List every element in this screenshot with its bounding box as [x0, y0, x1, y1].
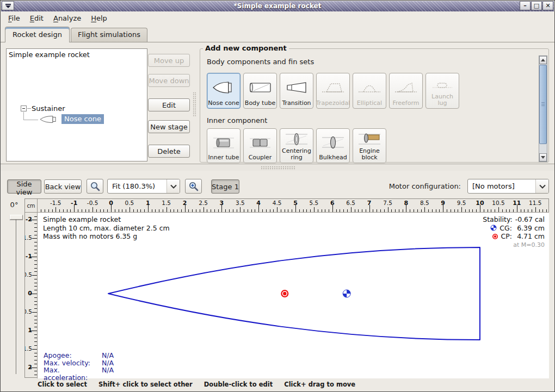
- move-down-button: Move down: [148, 74, 190, 87]
- stability-info: Stability: -0.67 cal CG: 6.39 cm: [483, 215, 545, 249]
- engine-block-icon: [357, 130, 381, 148]
- component-button-label: Engine block: [354, 148, 385, 161]
- component-button-label: Elliptical: [357, 100, 382, 107]
- scroll-down-button[interactable]: [539, 153, 547, 161]
- component-button-coupler[interactable]: Coupler: [243, 128, 277, 163]
- ruler-left: -2-1.5-1-0.500.511.52: [25, 213, 38, 378]
- arrow-down-icon: [541, 156, 545, 159]
- scrollbar-thumb[interactable]: [539, 65, 547, 144]
- window-menu-icon: [5, 4, 11, 5]
- tree-item-nose-cone[interactable]: Nose cone: [61, 114, 104, 124]
- body-tube-icon: [248, 75, 272, 100]
- component-button-label: Freeform: [393, 100, 420, 107]
- ruler-unit-label: cm: [25, 199, 38, 213]
- menu-help[interactable]: Help: [86, 13, 112, 24]
- component-button-engine-block[interactable]: Engine block: [353, 128, 386, 163]
- arrow-up-icon: [541, 59, 545, 61]
- rotation-angle-label: 0°: [6, 201, 22, 211]
- inner-tube-icon: [212, 130, 236, 154]
- component-button-body-tube[interactable]: Body tube: [243, 73, 277, 109]
- new-stage-button[interactable]: New stage: [148, 120, 190, 133]
- splitter-horizontal[interactable]: [1, 164, 555, 171]
- hint-click-select: Click to select: [38, 381, 87, 388]
- component-button-label: Nose cone: [208, 100, 239, 107]
- menu-edit[interactable]: Edit: [25, 13, 48, 24]
- rocket-outline[interactable]: [108, 247, 480, 340]
- zoom-select[interactable]: Fit (180.3%): [107, 179, 180, 194]
- move-up-button: Move up: [148, 54, 190, 67]
- back-view-button[interactable]: Back view: [44, 179, 82, 194]
- delete-button[interactable]: Delete: [148, 145, 190, 158]
- component-button-label: Transition: [282, 100, 311, 107]
- chevron-down-icon[interactable]: [166, 179, 180, 193]
- add-component-group: Add new component Body components and fi…: [200, 48, 549, 163]
- tab-rocket-design[interactable]: Rocket design: [5, 27, 70, 42]
- elliptical-fin-icon: [357, 75, 381, 100]
- hint-shift-click: Shift+ click to select other: [98, 381, 193, 388]
- tab-flight-simulations[interactable]: Flight simulations: [71, 28, 147, 42]
- chevron-down-icon[interactable]: [535, 179, 548, 193]
- nose-cone-tree-icon: [39, 115, 61, 123]
- ruler-top: -1.5-1-0.500.511.522.533.544.555.566.577…: [38, 199, 549, 213]
- component-button-label: Trapezoidal: [316, 100, 350, 107]
- tree-item-stage[interactable]: Sustainer: [32, 104, 65, 113]
- component-panel-scrollbar[interactable]: [539, 55, 547, 162]
- rocket-view-panel: cm -1.5-1-0.500.511.522.533.544.555.566.…: [24, 198, 549, 378]
- component-button-nose-cone[interactable]: Nose cone: [207, 73, 240, 109]
- hint-double-click: Double-click to edit: [204, 381, 273, 388]
- tree-item-rocket[interactable]: Simple example rocket: [9, 51, 90, 59]
- titlebar: *Simple example rocket: [1, 1, 554, 11]
- window-menu-button[interactable]: [2, 1, 14, 10]
- component-button-inner-tube[interactable]: Inner tube: [207, 128, 240, 163]
- component-button-freeform: Freeform: [389, 73, 423, 109]
- component-button-label: Launch lug: [427, 94, 458, 107]
- window-controls: – □ ✕: [519, 1, 553, 10]
- motor-configuration-select[interactable]: [No motors]: [467, 179, 549, 194]
- coupler-icon: [248, 130, 272, 154]
- add-component-title: Add new component: [203, 44, 289, 52]
- zoom-select-value: Fit (180.3%): [112, 182, 155, 190]
- zoom-out-button[interactable]: [87, 179, 103, 194]
- inner-component-label: Inner component: [207, 116, 267, 125]
- cg-label: CG:: [499, 224, 512, 233]
- body-components-label: Body components and fin sets: [207, 58, 314, 66]
- stability-label: Stability:: [483, 215, 512, 224]
- component-button-trapezoidal: Trapezoidal: [316, 73, 350, 109]
- flight-data: Apogee:N/A Max. velocity:N/A Max. accele…: [44, 352, 114, 381]
- component-button-label: Inner tube: [208, 154, 239, 161]
- cp-marker: [281, 290, 288, 297]
- statusbar: Click to select Shift+ click to select o…: [1, 379, 554, 390]
- rotation-slider-track[interactable]: [16, 220, 17, 374]
- rocket-canvas[interactable]: Simple example rocket Length 10 cm, max.…: [38, 213, 549, 378]
- component-button-centering-ring[interactable]: Centering ring: [280, 128, 313, 163]
- component-tree[interactable]: Simple example rocket Sustainer Nose con…: [6, 48, 147, 161]
- component-button-bulkhead[interactable]: Bulkhead: [316, 128, 350, 163]
- side-view-button[interactable]: Side view: [7, 179, 41, 194]
- bulkhead-icon: [321, 130, 345, 154]
- edit-button[interactable]: Edit: [148, 98, 190, 111]
- zoom-in-button[interactable]: [185, 179, 202, 194]
- splitter-grip-horizontal[interactable]: [261, 166, 295, 170]
- component-button-launch-lug: Launch lug: [425, 73, 459, 109]
- freeform-fin-icon: [394, 75, 418, 100]
- scroll-up-button[interactable]: [539, 56, 547, 64]
- centering-ring-icon: [285, 130, 309, 148]
- application-window: *Simple example rocket – □ ✕ File Edit A…: [0, 0, 555, 392]
- splitter-grip-vertical[interactable]: [193, 92, 196, 117]
- menubar: File Edit Analyze Help: [1, 11, 554, 24]
- transition-icon: [285, 75, 309, 100]
- close-button[interactable]: ✕: [542, 1, 553, 10]
- minimize-button[interactable]: –: [520, 1, 531, 10]
- stage-1-toggle[interactable]: Stage 1: [211, 179, 239, 194]
- mach-note: at M=0.30: [483, 241, 545, 250]
- main-tabs: Rocket design Flight simulations: [1, 26, 554, 42]
- rotation-slider-handle[interactable]: [10, 215, 23, 220]
- menu-analyze[interactable]: Analyze: [48, 13, 86, 24]
- maximize-button[interactable]: □: [531, 1, 542, 10]
- magnifier-plus-icon: [188, 181, 199, 192]
- tree-expander-icon[interactable]: [21, 105, 27, 111]
- cg-legend-icon: [490, 225, 497, 231]
- motor-configuration-label: Motor configuration:: [389, 182, 461, 190]
- component-button-transition[interactable]: Transition: [280, 73, 313, 109]
- menu-file[interactable]: File: [3, 13, 25, 24]
